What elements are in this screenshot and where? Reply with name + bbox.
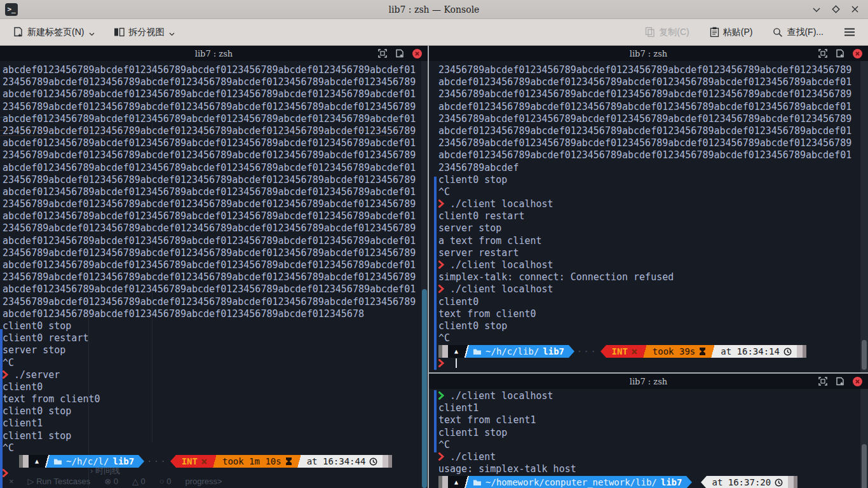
- terminal-line: abcdef0123456789abcdef0123456789abcdef01…: [438, 149, 868, 161]
- close-view-icon[interactable]: [412, 49, 422, 58]
- prompt-arrow-icon: [438, 452, 444, 461]
- expand-view-icon[interactable]: [378, 49, 387, 58]
- job-status-text: INT: [182, 455, 198, 468]
- terminal-line: ^C: [438, 439, 868, 451]
- powerline-status-segment: INT: [176, 455, 213, 468]
- terminal-line: client0 stop: [3, 405, 428, 417]
- terminal-output: ./client localhostclient1text from clien…: [429, 389, 868, 488]
- powerline-prompt: ▲~/homework/conputer_network/lib/lib7at …: [438, 476, 868, 488]
- paste-label: 粘贴(P): [723, 27, 753, 38]
- titlebar: >_ lib7 : zsh — Konsole: [0, 0, 868, 19]
- expand-view-icon[interactable]: [818, 49, 827, 58]
- time-text: at 16:37:20: [712, 476, 771, 488]
- prompt-arrow-icon: [3, 469, 8, 477]
- terminal-line: abcdef0123456789abcdef0123456789abcdef01…: [438, 125, 868, 137]
- path-basename: lib7: [112, 455, 134, 468]
- terminal-line: 23456789abcdef0123456789abcdef0123456789…: [438, 88, 868, 100]
- terminal-line: ^C: [3, 357, 428, 369]
- clock-icon: [369, 458, 377, 466]
- terminal-area: lib7 : zsh abcdef0123456789abcdef0123456…: [0, 46, 868, 488]
- move-to-new-tab-icon[interactable]: [836, 49, 844, 58]
- powerline-arrow-left: [600, 345, 606, 358]
- move-to-new-tab-icon[interactable]: [836, 377, 844, 386]
- powerline-separator: [297, 455, 302, 468]
- close-view-icon[interactable]: [853, 49, 862, 58]
- terminal-line: abcdef0123456789abcdef0123456789abcdef01…: [3, 186, 428, 198]
- terminal-line: ^C: [438, 332, 868, 344]
- clock-icon: [775, 478, 783, 487]
- maximize-button[interactable]: [830, 4, 841, 15]
- powerline-time-segment: at 16:34:44: [302, 455, 383, 468]
- powerline-path-segment: ~/homework/conputer_network/lib/lib7: [469, 476, 686, 488]
- folder-icon: [53, 458, 62, 465]
- terminal-line: 23456789abcdef0123456789abcdef0123456789…: [438, 64, 868, 76]
- terminal-line: abcdef0123456789abcdef0123456789abcdef01…: [3, 308, 428, 320]
- terminal-line: abcdef0123456789abcdef0123456789abcdef01…: [3, 235, 428, 247]
- scrollbar[interactable]: [421, 61, 428, 488]
- terminal-line: ./client localhost: [438, 283, 868, 295]
- pane-header: lib7 : zsh: [0, 46, 428, 61]
- terminal-line: 23456789abcdef: [438, 162, 868, 174]
- terminal-line: simplex-talk: connect: Connection refuse…: [438, 271, 868, 283]
- pane-title: lib7 : zsh: [630, 377, 667, 386]
- duration-text: took 39s: [653, 345, 695, 358]
- powerline-block: [23, 455, 29, 468]
- terminal-line: client0 stop: [3, 320, 428, 332]
- menu-button[interactable]: [839, 24, 860, 40]
- powerline-block: [383, 455, 388, 468]
- terminal-line: server stop: [3, 344, 428, 356]
- minimize-button[interactable]: [811, 4, 822, 15]
- close-button[interactable]: [849, 4, 860, 15]
- terminal-line: 23456789abcdef0123456789abcdef0123456789…: [3, 296, 428, 308]
- text-cursor: [456, 358, 457, 368]
- terminal-line: ./client localhost: [438, 259, 868, 271]
- terminal-line: client0 stop: [438, 174, 868, 186]
- close-view-icon[interactable]: [853, 377, 862, 386]
- terminal-line: ./client: [438, 451, 868, 463]
- scrollbar-thumb[interactable]: [422, 289, 427, 488]
- prompt-arrow-icon: [438, 359, 444, 367]
- terminal-line: client0: [3, 381, 428, 393]
- scrollbar[interactable]: [860, 61, 868, 372]
- terminal-line: client0 stop: [438, 320, 868, 332]
- new-tab-button[interactable]: 新建标签页(N): [8, 23, 100, 42]
- terminal-line: 23456789abcdef0123456789abcdef0123456789…: [3, 271, 428, 283]
- terminal-pane-left[interactable]: lib7 : zsh abcdef0123456789abcdef0123456…: [0, 46, 428, 488]
- pane-header: lib7 : zsh: [429, 374, 868, 389]
- terminal-line: 23456789abcdef0123456789abcdef0123456789…: [3, 198, 428, 210]
- powerline-user-indicator: ▲: [448, 345, 465, 358]
- scrollbar-thumb[interactable]: [862, 444, 867, 488]
- path-basename: lib7: [543, 345, 564, 358]
- recent-output-indicator: [434, 177, 437, 370]
- path-text: ~/h/c/lib/: [485, 345, 539, 358]
- terminal-line: abcdef0123456789abcdef0123456789abcdef01…: [3, 259, 428, 271]
- paste-button[interactable]: 粘贴(P): [705, 23, 758, 42]
- split-view-button[interactable]: 拆分视图: [109, 23, 180, 42]
- find-button[interactable]: 查找(F)...: [768, 23, 829, 42]
- prompt-arrow-icon: [3, 370, 8, 379]
- path-basename: lib7: [661, 476, 682, 488]
- terminal-pane-top-right[interactable]: lib7 : zsh 23456789abcdef0123456789abcde…: [429, 46, 868, 372]
- konsole-window: >_ lib7 : zsh — Konsole 新建标签页(N) 拆分视图: [0, 0, 868, 488]
- folder-icon: [473, 348, 482, 355]
- terminal-line: 23456789abcdef0123456789abcdef0123456789…: [3, 125, 428, 137]
- move-to-new-tab-icon[interactable]: [395, 49, 404, 58]
- terminal-line: [3, 468, 428, 480]
- powerline-prompt: ▲~/h/c/l/lib7···INTtook 1m 10sat 16:34:4…: [19, 455, 428, 468]
- powerline-block: [388, 455, 392, 468]
- powerline-block: [797, 345, 803, 358]
- copy-button[interactable]: 复制(C): [640, 23, 694, 42]
- scrollbar[interactable]: [860, 389, 868, 488]
- powerline-block: [803, 345, 806, 358]
- terminal-line: client1: [438, 402, 868, 414]
- prompt-arrow-icon: [438, 285, 444, 293]
- powerline-user-indicator: ▲: [448, 476, 465, 488]
- scrollbar-thumb[interactable]: [862, 340, 867, 370]
- powerline-arrow-right: [686, 476, 692, 488]
- new-tab-label: 新建标签页(N): [27, 27, 84, 38]
- terminal-line: abcdef0123456789abcdef0123456789abcdef01…: [3, 210, 428, 222]
- expand-view-icon[interactable]: [818, 377, 827, 386]
- terminal-line: server stop: [438, 222, 868, 234]
- terminal-line: 23456789abcdef0123456789abcdef0123456789…: [3, 222, 428, 234]
- terminal-pane-bottom-right[interactable]: lib7 : zsh ./client localhostclient1text…: [429, 374, 868, 488]
